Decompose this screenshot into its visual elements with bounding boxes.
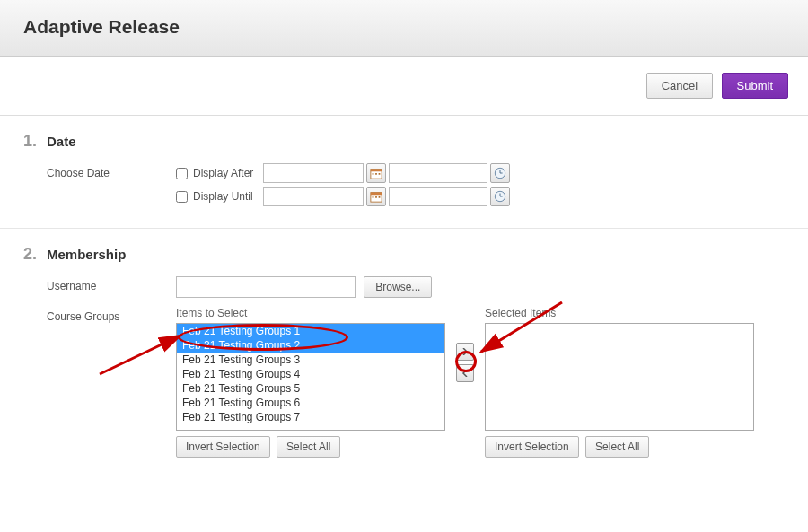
svg-rect-9 — [371, 193, 382, 196]
list-item[interactable]: Feb 21 Testing Groups 2 — [177, 338, 444, 353]
selected-items-label: Selected Items — [485, 307, 754, 319]
svg-rect-4 — [379, 173, 381, 175]
move-right-button[interactable] — [456, 343, 474, 361]
list-item[interactable]: Feb 21 Testing Groups 3 — [177, 353, 444, 367]
course-groups-label: Course Groups — [23, 307, 176, 458]
browse-button[interactable]: Browse... — [364, 276, 432, 298]
clock-icon[interactable] — [490, 187, 510, 206]
calendar-icon[interactable] — [366, 163, 386, 183]
display-after-label: Display After — [193, 167, 263, 179]
select-all-left-button[interactable]: Select All — [277, 436, 340, 458]
section-date: 1. Date Choose Date Display After Displa… — [0, 116, 808, 229]
svg-rect-3 — [375, 173, 377, 175]
svg-rect-1 — [371, 170, 382, 172]
cancel-button[interactable]: Cancel — [646, 73, 713, 99]
list-item[interactable]: Feb 21 Testing Groups 5 — [177, 381, 444, 396]
selected-items-listbox[interactable] — [485, 323, 754, 431]
items-to-select-label: Items to Select — [176, 307, 445, 319]
section-membership: 2. Membership Username Browse... Course … — [0, 229, 808, 475]
username-input[interactable] — [176, 276, 356, 298]
invert-selection-left-button[interactable]: Invert Selection — [176, 436, 270, 458]
svg-rect-11 — [375, 196, 377, 198]
svg-rect-10 — [373, 196, 374, 198]
step-number-1: 1. — [23, 132, 47, 151]
choose-date-label: Choose Date — [23, 163, 176, 210]
chevron-left-icon — [461, 370, 469, 377]
display-until-time-input[interactable] — [389, 187, 487, 206]
list-item[interactable]: Feb 21 Testing Groups 1 — [177, 324, 444, 338]
step-title-membership: Membership — [47, 247, 126, 262]
display-until-date-input[interactable] — [263, 187, 364, 206]
calendar-icon[interactable] — [366, 187, 386, 206]
display-after-time-input[interactable] — [389, 163, 487, 183]
username-label: Username — [23, 276, 176, 298]
display-after-checkbox[interactable] — [176, 168, 188, 179]
page-title: Adaptive Release — [23, 16, 785, 38]
display-after-date-input[interactable] — [263, 163, 364, 183]
chevron-right-icon — [461, 348, 469, 355]
move-left-button[interactable] — [456, 364, 474, 382]
page-header: Adaptive Release — [0, 0, 808, 57]
display-until-label: Display Until — [193, 190, 263, 203]
invert-selection-right-button[interactable]: Invert Selection — [485, 436, 579, 458]
list-item[interactable]: Feb 21 Testing Groups 4 — [177, 367, 444, 381]
action-bar: Cancel Submit — [0, 57, 808, 116]
available-items-listbox[interactable]: Feb 21 Testing Groups 1Feb 21 Testing Gr… — [176, 323, 445, 431]
svg-rect-2 — [373, 173, 374, 175]
list-item[interactable]: Feb 21 Testing Groups 6 — [177, 396, 444, 410]
display-until-checkbox[interactable] — [176, 191, 188, 203]
select-all-right-button[interactable]: Select All — [585, 436, 649, 458]
svg-rect-12 — [379, 196, 381, 198]
step-number-2: 2. — [23, 245, 47, 264]
clock-icon[interactable] — [490, 163, 510, 183]
step-title-date: Date — [47, 134, 76, 149]
list-item[interactable]: Feb 21 Testing Groups 7 — [177, 410, 444, 424]
submit-button[interactable]: Submit — [722, 73, 788, 99]
